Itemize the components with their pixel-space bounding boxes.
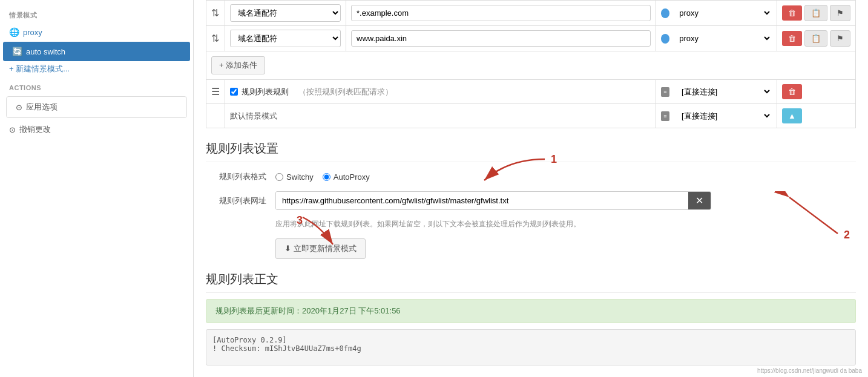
sidebar-item-proxy-label: proxy [23,28,42,37]
format-autoproxy-radio[interactable] [323,173,330,181]
add-condition-row: + 添加条件 [206,51,856,80]
copy-rule-1-button[interactable]: 📋 [804,5,827,21]
rule-list-body-title: 规则列表正文 [206,271,856,293]
row-actions-1: 🗑 📋 ⚑ [782,5,850,21]
rule-list-checkbox-row: 规则列表规则 （按照规则列表匹配请求） [230,87,651,97]
main-content: ⇅ 域名通配符 proxy [194,0,868,377]
table-row: ⇅ 域名通配符 proxy [206,1,856,26]
default-row-label: 默认情景模式 [230,111,277,120]
annotation-label-2: 2 [844,229,850,241]
switch-icon: 🔄 [12,47,22,56]
url-input-wrapper: ✕ [275,191,711,210]
sidebar-item-proxy[interactable]: 🌐 proxy [0,22,193,42]
format-row: 规则列表格式 Switchy AutoProxy [206,171,856,182]
proxy-icon-2 [661,34,669,44]
format-autoproxy-option[interactable]: AutoProxy [323,172,370,182]
undo-label: 撤销更改 [19,124,51,135]
table-row: ⇅ 域名通配符 proxy [206,26,856,51]
row-actions-2: 🗑 📋 ⚑ [782,30,850,47]
delete-rule-1-button[interactable]: 🗑 [782,5,802,21]
code-line-2: ! Checksum: mIShJtvB4UUaZ7ms+0fm4g [212,344,849,353]
rule-list-row: ☰ 规则列表规则 （按照规则列表匹配请求） ≡ [直接连接] [206,80,856,104]
url-label: 规则列表网址 [206,195,266,206]
sidebar-item-auto-switch[interactable]: 🔄 auto switch [3,42,190,61]
format-switchy-radio[interactable] [275,173,283,181]
apply-options-button[interactable]: ⊙ 应用选项 [6,96,187,118]
format-label: 规则列表格式 [206,171,266,182]
format-switchy-label: Switchy [286,172,314,182]
rule-list-checkbox[interactable] [230,88,238,96]
format-autoproxy-label: AutoProxy [334,172,370,182]
rules-table: ⇅ 域名通配符 proxy [206,0,856,128]
delete-rule-2-button[interactable]: 🗑 [782,31,802,46]
default-up-button[interactable]: ▲ [782,108,802,123]
rule-list-description: （按照规则列表匹配请求） [298,87,393,97]
code-area: [AutoProxy 0.2.9] ! Checksum: mIShJtvB4U… [206,329,856,366]
url-clear-button[interactable]: ✕ [688,192,711,209]
direct-icon: ≡ [661,87,669,97]
settings-icon: ⊙ [16,103,22,112]
attribution: https://blog.csdn.net/jiangwudi da baba [757,367,862,374]
apply-options-label: 应用选项 [26,102,58,113]
sidebar-section-label: 情景模式 [0,6,193,22]
condition-value-input-2[interactable] [351,30,651,47]
add-condition-button[interactable]: + 添加条件 [211,56,265,74]
format-switchy-option[interactable]: Switchy [275,172,314,182]
condition-value-input-1[interactable] [351,5,651,21]
url-hint: 应用将从此网址下载规则列表。如果网址留空，则以下文本会被直接处理后作为规则列表使… [275,219,856,229]
url-input[interactable] [276,192,688,209]
proxy-select-1[interactable]: proxy [672,5,772,21]
undo-button[interactable]: ⊙ 撤销更改 [0,120,193,139]
condition-type-select-2[interactable]: 域名通配符 [230,30,341,47]
proxy-icon-1 [661,8,669,18]
rule-list-icon: ☰ [211,87,220,97]
sort-icon-2[interactable]: ⇅ [211,33,219,44]
copy-rule-2-button[interactable]: 📋 [804,30,827,47]
update-button[interactable]: ⬇ 立即更新情景模式 [275,238,366,259]
success-banner: 规则列表最后更新时间：2020年1月27日 下午5:01:56 [206,299,856,323]
new-profile-link[interactable]: + 新建情景模式... [0,61,193,77]
default-row: 默认情景模式 ≡ [直接连接] ▲ [206,104,856,128]
flag-rule-1-button[interactable]: ⚑ [830,5,850,21]
globe-icon: 🌐 [9,27,19,37]
sidebar-item-auto-switch-label: auto switch [26,47,65,56]
proxy-select-2[interactable]: proxy [672,30,772,47]
flag-rule-2-button[interactable]: ⚑ [830,30,850,47]
rule-list-settings-title: 规则列表设置 [206,140,856,162]
default-direct-icon: ≡ [661,111,669,121]
undo-icon: ⊙ [9,125,16,134]
rule-list-label: 规则列表规则 [242,87,289,97]
delete-rule-list-button[interactable]: 🗑 [782,84,802,99]
url-row: 规则列表网址 ✕ [206,191,856,210]
sidebar: 情景模式 🌐 proxy 🔄 auto switch + 新建情景模式... A… [0,0,194,377]
format-radio-group: Switchy AutoProxy [275,172,370,182]
sort-icon-1[interactable]: ⇅ [211,8,219,18]
rule-list-proxy-select[interactable]: [直接连接] [674,84,772,100]
condition-type-select-1[interactable]: 域名通配符 [230,4,341,22]
default-proxy-select[interactable]: [直接连接] [674,108,772,124]
actions-label: ACTIONS [0,77,193,94]
code-line-1: [AutoProxy 0.2.9] [212,336,849,344]
